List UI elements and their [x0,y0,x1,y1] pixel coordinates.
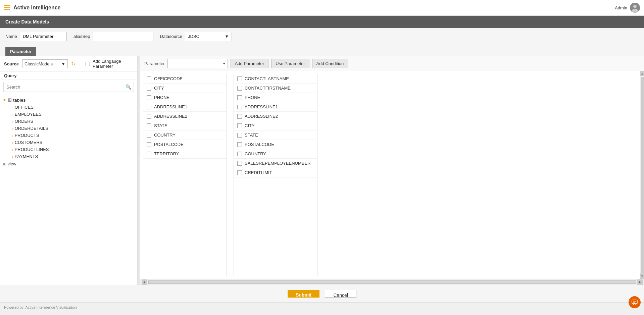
col-checkbox-postalcode[interactable] [147,142,151,147]
col-item-country[interactable]: COUNTRY [143,130,227,140]
bottom-scrollbar: ◄ ► [140,279,644,285]
col-checkbox-cust-country[interactable] [237,152,242,156]
scroll-up-btn[interactable]: ▲ [640,71,644,76]
col-label-cust-state: STATE [245,133,258,138]
col-checkbox-territory[interactable] [147,152,151,156]
col-item-contactfirstname[interactable]: CONTACTFIRSTNAME [234,84,317,93]
source-value: ClassicModels [24,61,53,66]
sidebar-item-customers[interactable]: › CUSTOMERS [0,139,137,146]
search-input[interactable] [3,82,134,92]
avatar [630,3,640,13]
navbar-right: Admin [615,3,640,13]
col-checkbox-cust-postalcode[interactable] [237,142,242,147]
col-item-phone[interactable]: PHONE [143,93,227,102]
col-item-state[interactable]: STATE [143,121,227,130]
col-label-addressline1: ADDRESSLINE1 [154,104,187,109]
datasource-value: JDBC [188,34,199,39]
col-checkbox-cust-city[interactable] [237,123,242,128]
parameter-select[interactable] [167,59,228,68]
col-label-contactfirstname: CONTACTFIRSTNAME [245,86,291,91]
scroll-right-btn[interactable]: ► [637,279,643,285]
tree-root-tables[interactable]: ▼ ⊞ tables [0,96,137,104]
submit-button[interactable]: Submit [288,290,319,298]
col-item-officecode[interactable]: OFFICECODE [143,74,227,84]
col-item-territory[interactable]: TERRITORY [143,149,227,159]
col-item-creditlimit[interactable]: CREDITLIMIT [234,168,317,177]
tables-chevron-icon: ▼ [3,98,6,102]
col-checkbox-country[interactable] [147,133,151,138]
col-checkbox-addressline1[interactable] [147,105,151,109]
col-item-salesrep[interactable]: SALESREPEMPLOYEENUMBER [234,159,317,168]
alias-input[interactable] [93,32,153,41]
name-input[interactable] [20,32,67,41]
col-checkbox-cust-phone[interactable] [237,95,242,100]
add-lang-param-group: Add Langauge Parameter [86,59,133,69]
scroll-track[interactable] [148,280,636,284]
source-select[interactable]: ClassicModels ▼ [22,59,68,68]
col-item-contactlastname[interactable]: CONTACTLASTNAME [234,74,317,84]
cancel-button[interactable]: Cancel [325,290,356,298]
scroll-left-btn[interactable]: ◄ [142,279,147,285]
col-item-cust-phone[interactable]: PHONE [234,93,317,102]
col-item-cust-city[interactable]: CITY [234,121,317,130]
powered-by-text: Powered by: Active Intelligence Visualiz… [4,305,77,309]
col-label-cust-postalcode: POSTALCODE [245,142,274,147]
hamburger-menu[interactable] [4,5,10,10]
col-checkbox-cust-state[interactable] [237,133,242,138]
sidebar-item-orders[interactable]: › ORDERS [0,118,137,125]
col-item-addressline2[interactable]: ADDRESSLINE2 [143,112,227,121]
powered-by: Powered by: Active Intelligence Visualiz… [0,302,644,312]
col-item-postalcode[interactable]: POSTALCODE [143,140,227,149]
sidebar-item-employees[interactable]: › EMPLOYEES [0,111,137,118]
col-checkbox-phone[interactable] [147,95,151,100]
feedback-icon[interactable] [629,296,641,308]
orders-chevron-icon: › [12,119,13,123]
col-item-cust-addressline1[interactable]: ADDRESSLINE1 [234,102,317,112]
col-checkbox-cust-addressline2[interactable] [237,114,242,119]
add-lang-param-checkbox[interactable] [86,62,90,66]
sidebar-item-payments[interactable]: › PAYMENTS [0,153,137,160]
scroll-thumb[interactable] [641,77,644,273]
tree-area: ▼ ⊞ tables › OFFICES › EMPLOYEES › ORDER… [0,94,137,285]
sidebar-item-products[interactable]: › PRODUCTS [0,132,137,139]
payments-label: PAYMENTS [15,154,38,159]
col-item-cust-state[interactable]: STATE [234,130,317,140]
use-parameter-button[interactable]: Use Parameter [271,59,309,68]
sidebar-item-productlines[interactable]: › PRODUCTLINES [0,146,137,153]
splitter[interactable]: ⋮ [138,56,140,285]
col-checkbox-creditlimit[interactable] [237,170,242,175]
col-label-postalcode: POSTALCODE [154,142,184,147]
datasource-select[interactable]: JDBC ▼ [185,32,232,41]
svg-rect-3 [632,300,637,304]
col-item-cust-postalcode[interactable]: POSTALCODE [234,140,317,149]
col-checkbox-contactfirstname[interactable] [237,86,242,91]
col-checkbox-contactlastname[interactable] [237,76,242,81]
sidebar-item-orderdetails[interactable]: › ORDERDETAILS [0,125,137,132]
refresh-icon[interactable]: ↻ [71,61,76,67]
col-label-cust-addressline1: ADDRESSLINE1 [245,104,278,109]
col-item-addressline1[interactable]: ADDRESSLINE1 [143,102,227,112]
col-label-cust-phone: PHONE [245,95,260,100]
col-label-cust-addressline2: ADDRESSLINE2 [245,114,278,119]
tab-parameter[interactable]: Parameter [5,47,36,56]
scroll-down-btn[interactable]: ▼ [640,273,644,279]
navbar-left: Active Intelligence [4,5,61,11]
col-label-state: STATE [154,123,167,128]
sidebar-item-offices[interactable]: › OFFICES [0,104,137,111]
sidebar-item-view[interactable]: ◙ view [0,160,137,167]
col-item-cust-country[interactable]: COUNTRY [234,149,317,159]
orders-label: ORDERS [15,119,34,124]
col-checkbox-salesrep[interactable] [237,161,242,166]
customers-label: CUSTOMERS [15,140,43,145]
col-checkbox-cust-addressline1[interactable] [237,105,242,109]
col-checkbox-addressline2[interactable] [147,114,151,119]
add-condition-button[interactable]: Add Condition [312,59,348,68]
col-checkbox-officecode[interactable] [147,76,151,81]
col-checkbox-state[interactable] [147,123,151,128]
right-scrollbar[interactable]: ▲ ▼ [640,71,644,279]
col-item-cust-addressline2[interactable]: ADDRESSLINE2 [234,112,317,121]
col-item-city[interactable]: CITY [143,84,227,93]
col-label-creditlimit: CREDITLIMIT [245,170,272,175]
add-parameter-button[interactable]: Add Parameter [231,59,268,68]
col-checkbox-city[interactable] [147,86,151,91]
